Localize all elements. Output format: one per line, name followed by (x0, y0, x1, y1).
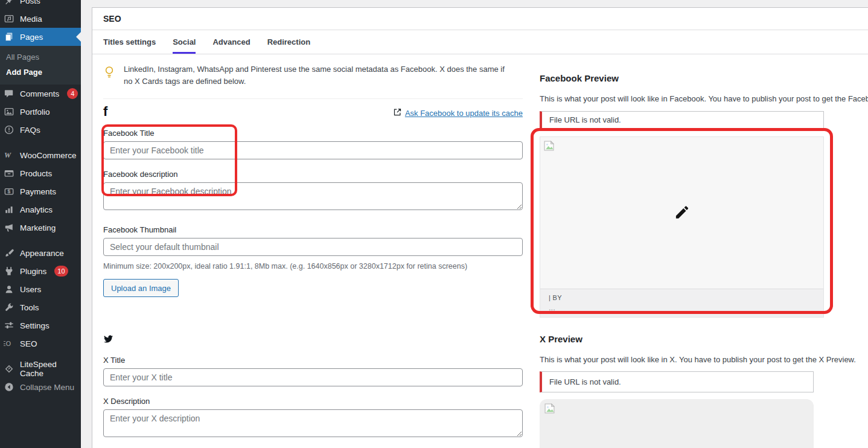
sidebar-item-appearance[interactable]: Appearance (0, 244, 81, 262)
seo-metabox-card: SEO Titles settings Social Advanced Redi… (92, 7, 868, 448)
admin-sidebar: Posts Media Pages All Pages Add Page Com… (0, 0, 81, 448)
litespeed-icon (4, 363, 14, 374)
pin-icon (4, 0, 14, 6)
products-icon (4, 168, 14, 179)
portfolio-icon (4, 106, 14, 117)
plugins-icon (4, 266, 14, 277)
x-title-input[interactable] (103, 368, 523, 386)
x-title-label: X Title (103, 356, 523, 365)
x-preview-error: File URL is not valid. (540, 371, 814, 392)
tip-text: LinkedIn, Instagram, WhatsApp and Pinter… (124, 63, 514, 88)
sidebar-item-plugins[interactable]: Plugins 10 (0, 262, 81, 280)
facebook-preview-description: This is what your post will look like in… (540, 94, 868, 103)
facebook-preview-ellipsis: ... (549, 305, 815, 311)
facebook-preview-byline: | BY (549, 294, 815, 301)
facebook-icon: f (103, 105, 107, 118)
facebook-preview-card: | BY ... (540, 136, 824, 318)
analytics-icon (4, 204, 14, 215)
facebook-thumbnail-help: Minimum size: 200x200px, ideal ratio 1.9… (103, 262, 523, 270)
users-icon (4, 284, 14, 295)
social-previews: Facebook Preview This is what your post … (540, 54, 868, 448)
svg-text:$: $ (8, 188, 11, 194)
section-divider (103, 98, 523, 99)
upload-image-button[interactable]: Upload an Image (103, 279, 179, 297)
seo-tabs: Titles settings Social Advanced Redirect… (92, 30, 868, 54)
sidebar-item-seo[interactable]: EO SEO (0, 334, 81, 353)
seo-icon: EO (4, 338, 14, 349)
sidebar-item-tools[interactable]: Tools (0, 298, 81, 316)
tab-social[interactable]: Social (173, 30, 196, 54)
social-metadata-tip: LinkedIn, Instagram, WhatsApp and Pinter… (103, 63, 523, 88)
sidebar-item-woocommerce[interactable]: W WooCommerce (0, 146, 81, 164)
facebook-title-input[interactable] (103, 141, 523, 159)
current-menu-arrow (71, 32, 81, 42)
x-preview-heading: X Preview (540, 334, 868, 344)
broken-image-icon (544, 403, 555, 415)
svg-text:W: W (4, 151, 11, 159)
twitter-bird-icon (103, 336, 113, 345)
facebook-preview-image-area (540, 137, 823, 289)
appearance-icon (4, 248, 14, 258)
sidebar-item-litespeed-cache[interactable]: LiteSpeed Cache (0, 360, 81, 378)
submenu-item-all-pages[interactable]: All Pages (0, 50, 81, 65)
sidebar-item-products[interactable]: Products (0, 164, 81, 182)
sidebar-item-payments[interactable]: $ Payments (0, 182, 81, 200)
tab-advanced[interactable]: Advanced (212, 30, 250, 54)
sidebar-item-portfolio[interactable]: Portfolio (0, 103, 81, 121)
facebook-section-header: f Ask Facebook to update its cache (103, 105, 523, 118)
x-preview-card (540, 399, 814, 448)
lightbulb-icon (103, 63, 115, 88)
faqs-icon (4, 124, 14, 135)
tab-redirection[interactable]: Redirection (267, 30, 311, 54)
tools-icon (4, 302, 14, 313)
facebook-preview-error: File URL is not valid. (540, 111, 824, 129)
sidebar-item-posts[interactable]: Posts (0, 0, 81, 10)
broken-image-icon (544, 141, 554, 153)
facebook-preview-heading: Facebook Preview (540, 73, 868, 83)
sidebar-item-marketing[interactable]: Marketing (0, 219, 81, 237)
pages-submenu: All Pages Add Page (0, 46, 81, 85)
media-icon (4, 13, 14, 24)
x-description-label: X Description (103, 397, 523, 406)
external-link-icon (393, 107, 402, 118)
sidebar-item-media[interactable]: Media (0, 10, 81, 28)
marketing-icon (4, 222, 14, 233)
facebook-cache-link[interactable]: Ask Facebook to update its cache (393, 107, 523, 118)
x-description-textarea[interactable] (103, 409, 523, 437)
comments-count-badge: 4 (67, 88, 78, 99)
social-settings-form: LinkedIn, Instagram, WhatsApp and Pinter… (103, 54, 523, 448)
tab-titles-settings[interactable]: Titles settings (103, 30, 156, 54)
edit-pencil-icon[interactable] (674, 204, 690, 222)
facebook-description-label: Facebook description (103, 170, 523, 179)
sidebar-item-comments[interactable]: Comments 4 (0, 85, 81, 103)
facebook-title-label: Facebook Title (103, 129, 523, 138)
facebook-thumbnail-label: Facebook Thumbnail (103, 225, 523, 234)
collapse-icon (4, 382, 14, 392)
x-preview-description: This is what your post will look like in… (540, 355, 868, 364)
sidebar-item-settings[interactable]: Settings (0, 316, 81, 334)
page-title: SEO (103, 14, 121, 24)
facebook-preview-meta: | BY ... (540, 289, 823, 317)
comments-icon (4, 88, 14, 99)
sidebar-item-users[interactable]: Users (0, 280, 81, 298)
x-section-header (103, 334, 523, 345)
woocommerce-icon: W (4, 150, 14, 161)
sidebar-item-collapse-menu[interactable]: Collapse Menu (0, 378, 81, 396)
submenu-item-add-page[interactable]: Add Page (0, 65, 81, 80)
sidebar-item-analytics[interactable]: Analytics (0, 200, 81, 219)
card-header: SEO (92, 8, 868, 30)
pages-icon (4, 31, 14, 42)
facebook-description-textarea[interactable] (103, 182, 523, 210)
settings-icon (4, 320, 14, 331)
facebook-thumbnail-input[interactable] (103, 238, 523, 256)
sidebar-item-pages[interactable]: Pages (0, 28, 81, 46)
sidebar-item-faqs[interactable]: FAQs (0, 121, 81, 139)
svg-text:EO: EO (4, 340, 11, 347)
plugins-count-badge: 10 (54, 266, 68, 277)
payments-icon: $ (4, 186, 14, 197)
